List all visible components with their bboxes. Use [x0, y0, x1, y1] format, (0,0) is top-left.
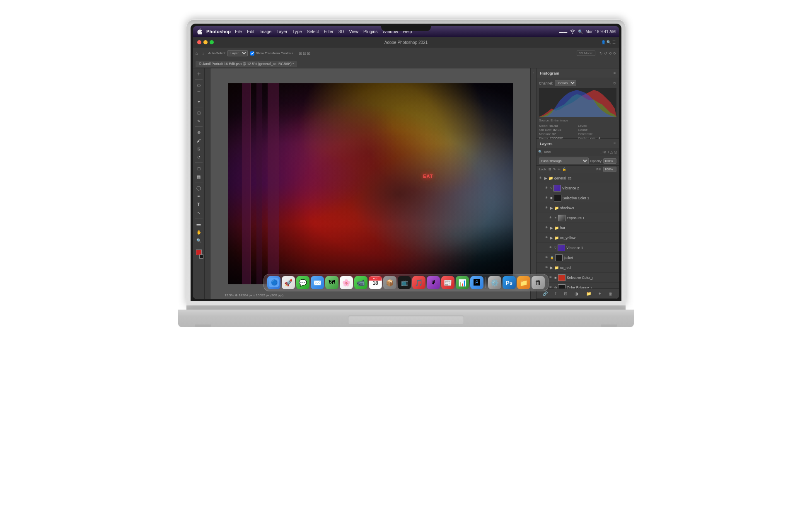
layers-pixel-filter[interactable]: □ — [600, 150, 602, 154]
layer-eye-colorbalancer[interactable]: 👁 — [548, 285, 553, 289]
layers-new-btn[interactable]: + — [599, 291, 601, 296]
layer-exposure1[interactable]: 👁 ☀ Exposure 1 — [536, 213, 619, 223]
layers-vector-filter[interactable]: △ — [610, 150, 613, 154]
layer-eye-ccred[interactable]: 👁 — [544, 265, 549, 270]
layer-eye-ccyellow[interactable]: 👁 — [544, 235, 549, 240]
dock-music[interactable]: 🎵 — [412, 276, 425, 289]
marquee-tool[interactable]: ▭ — [195, 81, 203, 89]
dock-facetime[interactable]: 📹 — [354, 276, 367, 289]
macbook-trackpad[interactable] — [348, 315, 464, 325]
menu-image[interactable]: Image — [259, 29, 271, 34]
dock-launchpad[interactable]: 🚀 — [282, 276, 295, 289]
ps-show-transform-checkbox[interactable]: Show Transform Controls — [250, 51, 293, 56]
eyedropper-tool[interactable]: ✎ — [195, 117, 203, 125]
folder-arrow-ccyellow[interactable]: ▶ — [550, 236, 553, 240]
layer-eye-exposure1[interactable]: 👁 — [548, 216, 553, 220]
layers-group-btn[interactable]: 📁 — [586, 291, 591, 296]
lasso-tool[interactable]: ⌒ — [195, 90, 203, 97]
dock-mail[interactable]: ✉️ — [311, 276, 324, 289]
menu-select[interactable]: Select — [307, 29, 319, 34]
layers-style-btn[interactable]: f — [555, 291, 556, 296]
layer-jacket[interactable]: 👁 🔒 jacket — [536, 253, 619, 263]
menu-layer[interactable]: Layer — [276, 29, 287, 34]
layer-selcolorr[interactable]: 👁 ◼ Selective Color_r — [536, 273, 619, 283]
lock-trans-pixels-icon[interactable]: ⊞ — [549, 167, 551, 171]
wifi-icon[interactable] — [570, 29, 575, 34]
layers-mask-btn[interactable]: ⊡ — [564, 291, 567, 296]
fg-bg-colors[interactable] — [194, 249, 203, 259]
spot-heal-tool[interactable]: ⊕ — [195, 128, 203, 136]
align-center-icon[interactable]: ⊟ — [303, 51, 306, 56]
layer-colorbalancer[interactable]: 👁 ◑ Color Balance_r — [536, 283, 619, 288]
layers-adj-btn[interactable]: ◑ — [575, 291, 578, 296]
menu-file[interactable]: File — [235, 29, 242, 34]
layer-eye-general-cc[interactable]: 👁 — [538, 176, 543, 181]
lock-position-icon[interactable]: ✛ — [558, 167, 561, 171]
layer-eye-vibrance2[interactable]: 👁 — [544, 186, 549, 191]
dock-photoshop[interactable]: Ps — [503, 276, 516, 289]
menu-view[interactable]: View — [349, 29, 358, 34]
rectangle-tool[interactable]: ▬ — [195, 220, 203, 228]
fill-input[interactable] — [603, 167, 616, 172]
layers-blend-select[interactable]: Pass Through Normal Multiply Screen Over… — [539, 157, 589, 164]
layer-eye-hat[interactable]: 👁 — [544, 225, 549, 230]
layer-general-cc[interactable]: 👁 ▶ 📁 general_cc — [536, 173, 619, 183]
layer-eye-vibrance1[interactable]: 👁 — [548, 245, 553, 250]
path-select-tool[interactable]: ↖ — [195, 209, 203, 216]
menu-type[interactable]: Type — [292, 29, 302, 34]
lock-image-icon[interactable]: ✎ — [553, 167, 556, 171]
close-button[interactable] — [197, 40, 201, 44]
clone-stamp-tool[interactable]: ⎘ — [195, 145, 203, 153]
gradient-tool[interactable]: ▦ — [195, 173, 203, 180]
layer-vibrance1[interactable]: 👁 ▽ Vibrance 1 — [536, 243, 619, 253]
pen-tool[interactable]: ✒ — [195, 192, 203, 200]
crop-tool[interactable]: ⊡ — [195, 109, 203, 116]
opacity-input[interactable] — [603, 158, 616, 164]
lock-all-icon[interactable]: 🔒 — [562, 167, 566, 171]
ps-layer-select[interactable]: Layer Group — [227, 50, 248, 56]
histogram-panel-header[interactable]: Histogram ≡ — [536, 68, 619, 78]
layer-eye-shadows[interactable]: 👁 — [544, 206, 549, 211]
minimize-button[interactable] — [203, 40, 208, 44]
layer-shadows[interactable]: 👁 ▶ 📁 shadows — [536, 203, 619, 213]
layer-ccred[interactable]: 👁 ▶ 📁 cc_red — [536, 263, 619, 273]
background-color[interactable] — [199, 254, 203, 259]
layers-expand-icon[interactable]: ≡ — [614, 141, 616, 145]
dock-finder[interactable]: 🔵 — [267, 276, 280, 289]
dock-folder[interactable]: 📁 — [517, 276, 530, 289]
layer-selcolor1[interactable]: 👁 ◼ Selective Color 1 — [536, 193, 619, 203]
type-tool[interactable]: T — [195, 201, 203, 208]
dock-photos[interactable]: 🌸 — [340, 276, 353, 289]
dock-podcasts[interactable]: 🎙 — [427, 276, 440, 289]
folder-arrow-shadows[interactable]: ▶ — [550, 206, 553, 210]
histogram-channel-select[interactable]: Colors RGB Red Green Blue — [555, 80, 576, 86]
menu-plugins[interactable]: Plugins — [363, 29, 377, 34]
maximize-button[interactable] — [210, 40, 214, 44]
magic-wand-tool[interactable]: ✦ — [195, 98, 203, 105]
layers-adjust-filter[interactable]: ⊕ — [603, 150, 607, 154]
hand-tool[interactable]: ✋ — [195, 228, 203, 236]
layer-eye-jacket[interactable]: 👁 — [544, 255, 549, 260]
show-transform-input[interactable] — [250, 51, 254, 56]
histogram-refresh-icon[interactable]: ↻ — [613, 81, 616, 85]
ps-toolbar-arrow[interactable]: ↕ — [202, 51, 204, 56]
dock-numbers[interactable]: 📊 — [456, 276, 469, 289]
search-menubar-icon[interactable]: 🔍 — [578, 29, 583, 34]
layer-eye-selcolorr[interactable]: 👁 — [548, 275, 553, 280]
layer-hat[interactable]: 👁 ▶ 📁 hat — [536, 223, 619, 233]
ps-canvas[interactable]: EAT 12.5% ⊕ 14204 px x 10692 px (300 ppi… — [210, 68, 530, 299]
layer-ccyellow[interactable]: 👁 ▶ 📁 cc_yellow — [536, 233, 619, 243]
dock-news[interactable]: 📰 — [441, 276, 454, 289]
dock-messages[interactable]: 💬 — [296, 276, 309, 289]
ps-home-icon[interactable]: ⌂ — [196, 51, 198, 56]
zoom-tool[interactable]: 🔍 — [195, 237, 203, 244]
menu-3d[interactable]: 3D — [338, 29, 344, 34]
dock-trash[interactable]: 🗑 — [532, 276, 545, 289]
dodge-tool[interactable]: ◯ — [195, 184, 203, 191]
layers-type-filter[interactable]: T — [607, 150, 610, 154]
history-brush-tool[interactable]: ↺ — [195, 153, 203, 161]
align-left-icon[interactable]: ⊞ — [299, 51, 302, 56]
dock-maps[interactable]: 🗺 — [325, 276, 338, 289]
layers-link-btn[interactable]: 🔗 — [543, 291, 548, 296]
ps-document-tab[interactable]: © Jamil Portrait 16 Edit.psb @ 12.5% (ge… — [196, 61, 297, 67]
